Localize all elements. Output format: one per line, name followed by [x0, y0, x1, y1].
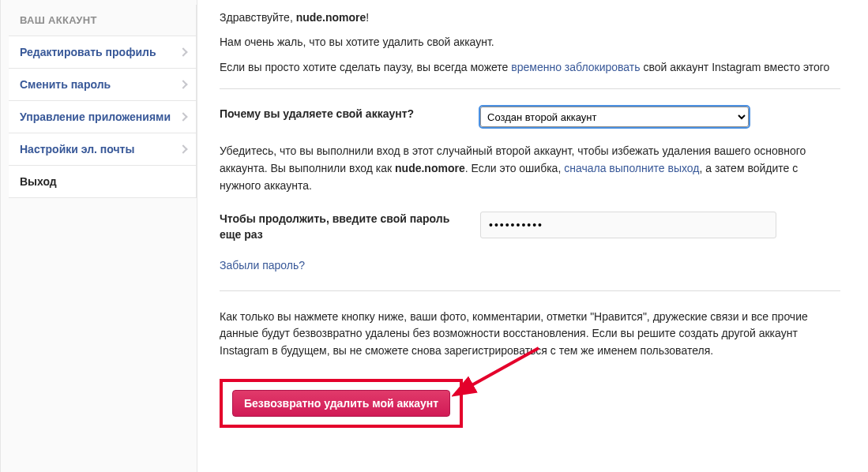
pause-before: Если вы просто хотите сделать паузу, вы …: [220, 61, 511, 73]
divider: [220, 290, 840, 291]
temporary-block-link[interactable]: временно заблокировать: [511, 61, 640, 73]
pause-after: свой аккаунт Instagram вместо этого: [641, 61, 830, 73]
sidebar-item-logout[interactable]: Выход: [9, 165, 196, 198]
pause-text: Если вы просто хотите сделать паузу, вы …: [220, 58, 840, 76]
chevron-right-icon: [178, 144, 187, 153]
reason-label: Почему вы удаляете свой аккаунт?: [220, 107, 464, 122]
sorry-text: Нам очень жаль, что вы хотите удалить св…: [220, 34, 840, 51]
sidebar-item-label: Управление приложениями: [20, 111, 171, 123]
sidebar-item-label: Настройки эл. почты: [20, 143, 134, 155]
reason-select[interactable]: Создан второй аккаунт: [480, 107, 749, 127]
forgot-password-link[interactable]: Забыли пароль?: [220, 259, 305, 272]
permanently-delete-button[interactable]: Безвозвратно удалить мой аккаунт: [232, 390, 450, 417]
sidebar-item-label: Выход: [20, 175, 57, 188]
password-input[interactable]: [480, 212, 776, 238]
greeting-prefix: Здравствуйте,: [220, 11, 296, 24]
warning-text: Убедитесь, что вы выполнили вход в этот …: [220, 143, 840, 194]
password-label: Чтобы продолжить, введите свой пароль ещ…: [220, 212, 464, 242]
sidebar: ВАШ АККАУНТ Редактировать профиль Сменит…: [0, 0, 197, 472]
greeting: Здравствуйте, nude.nomore!: [220, 9, 840, 26]
chevron-right-icon: [178, 112, 187, 121]
sidebar-item-manage-apps[interactable]: Управление приложениями: [9, 100, 196, 133]
sidebar-item-edit-profile[interactable]: Редактировать профиль: [9, 36, 196, 68]
divider: [220, 88, 840, 89]
sidebar-item-label: Сменить пароль: [20, 78, 111, 91]
reason-row: Почему вы удаляете свой аккаунт? Создан …: [220, 107, 840, 127]
sidebar-item-change-password[interactable]: Сменить пароль: [9, 68, 196, 100]
chevron-right-icon: [178, 80, 187, 88]
forgot-wrap: Забыли пароль?: [220, 259, 840, 272]
warning-p2: . Если это ошибка,: [465, 162, 564, 174]
sidebar-item-label: Редактировать профиль: [20, 46, 156, 58]
sidebar-item-email-settings[interactable]: Настройки эл. почты: [9, 133, 196, 165]
username: nude.nomore: [296, 11, 366, 24]
consequence-text: Как только вы нажмете кнопку ниже, ваши …: [220, 309, 840, 360]
sidebar-header: ВАШ АККАУНТ: [9, 5, 196, 36]
logout-first-link[interactable]: сначала выполните выход: [564, 162, 699, 174]
main-content: Здравствуйте, nude.nomore! Нам очень жал…: [197, 0, 868, 472]
password-row: Чтобы продолжить, введите свой пароль ещ…: [220, 212, 840, 242]
warning-user: nude.nomore: [395, 162, 465, 174]
delete-highlight-box: Безвозвратно удалить мой аккаунт: [220, 379, 463, 428]
chevron-right-icon: [178, 47, 187, 56]
greeting-suffix: !: [366, 11, 369, 24]
